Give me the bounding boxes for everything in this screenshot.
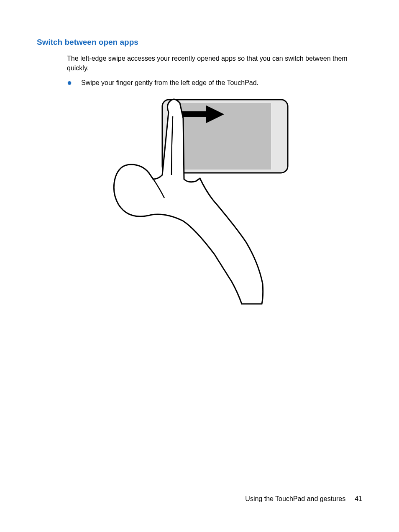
section-heading: Switch between open apps	[37, 38, 362, 47]
intro-paragraph: The left-edge swipe accesses your recent…	[67, 54, 362, 73]
swipe-gesture-illustration	[108, 95, 362, 306]
bullet-text: Swipe your finger gently from the left e…	[81, 78, 258, 87]
touchpad-swipe-icon	[108, 95, 292, 305]
page-footer: Using the TouchPad and gestures 41	[245, 495, 362, 503]
footer-page-number: 41	[355, 495, 362, 503]
footer-section-title: Using the TouchPad and gestures	[245, 495, 345, 503]
bullet-dot-icon: ●	[67, 78, 72, 87]
bullet-item: ● Swipe your finger gently from the left…	[67, 78, 362, 87]
